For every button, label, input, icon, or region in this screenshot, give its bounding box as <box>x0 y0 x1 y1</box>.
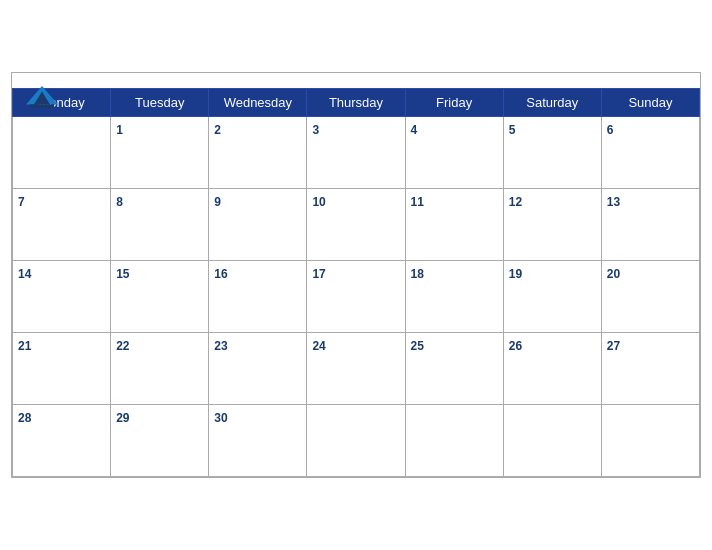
calendar-day-cell: 10 <box>307 189 405 261</box>
calendar-day-cell: 18 <box>405 261 503 333</box>
calendar-day-cell: 19 <box>503 261 601 333</box>
calendar: MondayTuesdayWednesdayThursdayFridaySatu… <box>11 72 701 478</box>
calendar-day-cell: 12 <box>503 189 601 261</box>
calendar-day-cell: 4 <box>405 117 503 189</box>
calendar-week-row: 78910111213 <box>13 189 700 261</box>
weekday-header-thursday: Thursday <box>307 89 405 117</box>
calendar-day-cell: 26 <box>503 333 601 405</box>
day-number: 29 <box>116 411 129 425</box>
calendar-day-cell: 15 <box>111 261 209 333</box>
day-number: 6 <box>607 123 614 137</box>
day-number: 11 <box>411 195 424 209</box>
calendar-day-cell: 28 <box>13 405 111 477</box>
day-number: 30 <box>214 411 227 425</box>
calendar-header <box>12 73 700 88</box>
day-number: 19 <box>509 267 522 281</box>
calendar-day-cell: 3 <box>307 117 405 189</box>
weekday-header-wednesday: Wednesday <box>209 89 307 117</box>
day-number: 24 <box>312 339 325 353</box>
calendar-day-cell: 13 <box>601 189 699 261</box>
day-number: 4 <box>411 123 418 137</box>
calendar-day-cell: 5 <box>503 117 601 189</box>
day-number: 3 <box>312 123 319 137</box>
calendar-day-cell: 24 <box>307 333 405 405</box>
day-number: 18 <box>411 267 424 281</box>
day-number: 20 <box>607 267 620 281</box>
day-number: 23 <box>214 339 227 353</box>
calendar-week-row: 282930 <box>13 405 700 477</box>
day-number: 16 <box>214 267 227 281</box>
day-number: 9 <box>214 195 221 209</box>
day-number: 26 <box>509 339 522 353</box>
logo-icon <box>22 81 62 111</box>
calendar-day-cell: 9 <box>209 189 307 261</box>
calendar-day-cell: 16 <box>209 261 307 333</box>
calendar-week-row: 14151617181920 <box>13 261 700 333</box>
calendar-day-cell <box>13 117 111 189</box>
day-number: 10 <box>312 195 325 209</box>
weekday-header-row: MondayTuesdayWednesdayThursdayFridaySatu… <box>13 89 700 117</box>
day-number: 8 <box>116 195 123 209</box>
calendar-day-cell <box>503 405 601 477</box>
day-number: 15 <box>116 267 129 281</box>
calendar-day-cell <box>601 405 699 477</box>
calendar-day-cell: 14 <box>13 261 111 333</box>
logo <box>22 81 62 111</box>
day-number: 1 <box>116 123 123 137</box>
calendar-day-cell <box>405 405 503 477</box>
day-number: 13 <box>607 195 620 209</box>
calendar-day-cell: 29 <box>111 405 209 477</box>
calendar-day-cell: 2 <box>209 117 307 189</box>
calendar-day-cell: 25 <box>405 333 503 405</box>
calendar-day-cell: 27 <box>601 333 699 405</box>
day-number: 2 <box>214 123 221 137</box>
weekday-header-friday: Friday <box>405 89 503 117</box>
calendar-day-cell: 11 <box>405 189 503 261</box>
calendar-week-row: 123456 <box>13 117 700 189</box>
weekday-header-sunday: Sunday <box>601 89 699 117</box>
day-number: 28 <box>18 411 31 425</box>
calendar-week-row: 21222324252627 <box>13 333 700 405</box>
weekday-header-saturday: Saturday <box>503 89 601 117</box>
day-number: 7 <box>18 195 25 209</box>
calendar-day-cell <box>307 405 405 477</box>
day-number: 27 <box>607 339 620 353</box>
calendar-day-cell: 8 <box>111 189 209 261</box>
calendar-day-cell: 7 <box>13 189 111 261</box>
day-number: 25 <box>411 339 424 353</box>
day-number: 12 <box>509 195 522 209</box>
calendar-grid: MondayTuesdayWednesdayThursdayFridaySatu… <box>12 88 700 477</box>
calendar-day-cell: 23 <box>209 333 307 405</box>
calendar-day-cell: 20 <box>601 261 699 333</box>
weekday-header-tuesday: Tuesday <box>111 89 209 117</box>
day-number: 14 <box>18 267 31 281</box>
calendar-day-cell: 30 <box>209 405 307 477</box>
svg-rect-2 <box>30 104 54 107</box>
calendar-day-cell: 22 <box>111 333 209 405</box>
day-number: 22 <box>116 339 129 353</box>
calendar-day-cell: 6 <box>601 117 699 189</box>
calendar-day-cell: 17 <box>307 261 405 333</box>
calendar-day-cell: 21 <box>13 333 111 405</box>
day-number: 21 <box>18 339 31 353</box>
day-number: 17 <box>312 267 325 281</box>
day-number: 5 <box>509 123 516 137</box>
calendar-day-cell: 1 <box>111 117 209 189</box>
